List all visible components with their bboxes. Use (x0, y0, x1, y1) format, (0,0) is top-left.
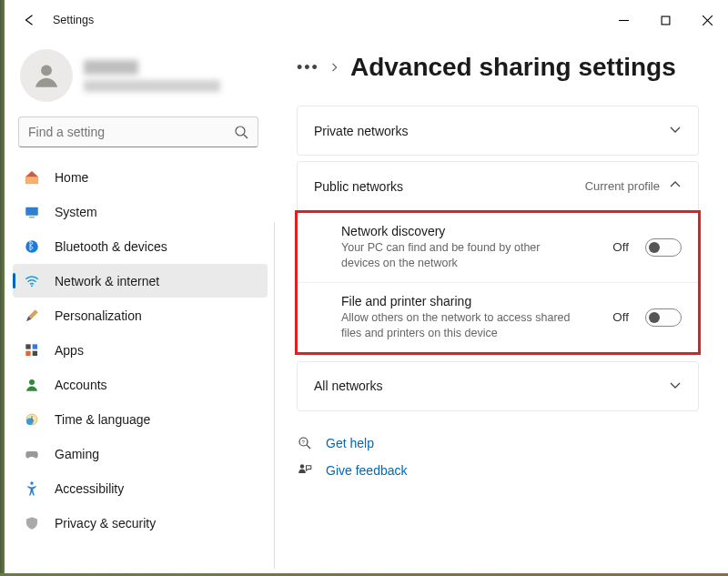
svg-line-6 (244, 135, 248, 138)
highlight-box: Network discovery Your PC can find and b… (295, 210, 701, 355)
sidebar-divider (274, 222, 275, 569)
account-name-redacted (84, 60, 220, 92)
nav-label: Accessibility (55, 481, 124, 496)
nav-label: Time & language (55, 412, 150, 427)
page-title: Advanced sharing settings (350, 53, 676, 82)
svg-rect-1 (662, 16, 670, 25)
file-printer-sharing-toggle[interactable] (645, 308, 682, 327)
search-input[interactable] (18, 116, 258, 147)
accessibility-icon (24, 480, 40, 497)
back-icon[interactable] (22, 13, 36, 27)
svg-rect-11 (25, 344, 30, 349)
person-icon (24, 377, 40, 393)
maximize-button[interactable] (644, 5, 686, 35)
svg-rect-14 (33, 350, 37, 355)
section-label: Public networks (314, 179, 403, 194)
search-field[interactable] (28, 125, 234, 139)
svg-point-5 (236, 126, 245, 136)
account-block[interactable] (13, 40, 275, 116)
nav-label: Personalization (55, 308, 142, 323)
svg-line-20 (307, 444, 310, 448)
paintbrush-icon (24, 308, 40, 324)
nav-label: Apps (55, 343, 84, 358)
svg-point-15 (29, 379, 35, 385)
svg-rect-8 (29, 217, 35, 217)
footer-links: ? Get help Give feedback (297, 435, 699, 479)
help-icon: ? (297, 435, 313, 451)
window-title: Settings (53, 14, 94, 26)
sidebar-item-personalization[interactable]: Personalization (13, 298, 268, 332)
system-icon (24, 204, 40, 220)
section-public-networks: Public networks Current profile Network … (297, 161, 699, 356)
close-button[interactable] (686, 5, 728, 35)
chevron-down-icon (669, 123, 682, 138)
shield-icon (24, 515, 40, 531)
sidebar-item-accounts[interactable]: Accounts (13, 368, 268, 401)
chevron-down-icon (669, 379, 682, 394)
sidebar-item-gaming[interactable]: Gaming (13, 437, 268, 470)
search-icon (234, 125, 248, 139)
feedback-link[interactable]: Give feedback (297, 462, 699, 479)
nav-label: Accounts (55, 378, 107, 392)
section-label: Private networks (314, 124, 408, 138)
nav-label: Privacy & security (55, 516, 156, 531)
nav-label: Bluetooth & devices (55, 239, 167, 254)
row-file-printer-sharing: File and printer sharing Allow others on… (298, 282, 698, 352)
chevron-up-icon (669, 178, 682, 194)
svg-point-22 (300, 464, 305, 469)
nav-list: Home System Bluetooth & devices Network … (13, 160, 275, 547)
svg-text:?: ? (301, 440, 305, 445)
toggle-state: Off (612, 240, 629, 254)
window-controls (602, 5, 728, 35)
feedback-icon (297, 462, 313, 479)
svg-point-4 (41, 65, 52, 76)
sidebar-item-privacy[interactable]: Privacy & security (13, 506, 268, 540)
section-label: All networks (314, 379, 382, 393)
section-sublabel: Current profile (585, 179, 660, 193)
sidebar-item-time[interactable]: Time & language (13, 402, 268, 436)
breadcrumb-overflow-icon[interactable]: ••• (297, 58, 319, 77)
minimize-button[interactable] (602, 5, 644, 35)
clock-globe-icon (24, 411, 40, 428)
sidebar-item-bluetooth[interactable]: Bluetooth & devices (13, 229, 268, 263)
row-title: File and printer sharing (341, 294, 603, 308)
nav-label: Home (55, 170, 88, 185)
sidebar-item-home[interactable]: Home (13, 160, 268, 194)
svg-point-18 (30, 481, 33, 484)
link-label[interactable]: Get help (326, 436, 374, 450)
avatar-icon (20, 49, 73, 102)
svg-rect-7 (25, 207, 38, 215)
section-all-networks[interactable]: All networks (297, 361, 699, 411)
row-title: Network discovery (341, 224, 603, 238)
section-public-header[interactable]: Public networks Current profile (298, 162, 698, 210)
sidebar-item-accessibility[interactable]: Accessibility (13, 471, 268, 505)
get-help-link[interactable]: ? Get help (297, 435, 699, 451)
wifi-icon (24, 273, 40, 289)
svg-point-10 (31, 285, 33, 287)
gamepad-icon (24, 446, 40, 462)
titlebar: Settings (0, 0, 728, 40)
main-content: ••• Advanced sharing settings Private ne… (275, 40, 728, 576)
home-icon (24, 169, 40, 186)
breadcrumb: ••• Advanced sharing settings (297, 47, 699, 87)
svg-rect-13 (25, 350, 30, 355)
bluetooth-icon (24, 238, 40, 255)
network-discovery-toggle[interactable] (645, 238, 682, 257)
nav-label: Gaming (55, 447, 99, 461)
section-private-networks[interactable]: Private networks (297, 106, 699, 156)
nav-label: Network & internet (55, 274, 159, 288)
chevron-right-icon (330, 60, 339, 75)
toggle-state: Off (612, 310, 629, 324)
apps-icon (24, 342, 40, 359)
svg-rect-12 (33, 344, 37, 349)
row-desc: Your PC can find and be found by other d… (341, 240, 578, 271)
sidebar-item-system[interactable]: System (13, 195, 268, 228)
row-desc: Allow others on the network to access sh… (341, 310, 578, 341)
link-label[interactable]: Give feedback (326, 463, 408, 478)
sidebar: Home System Bluetooth & devices Network … (0, 40, 275, 576)
nav-label: System (55, 205, 97, 219)
row-network-discovery: Network discovery Your PC can find and b… (298, 213, 698, 282)
sidebar-item-apps[interactable]: Apps (13, 333, 268, 367)
sidebar-item-network[interactable]: Network & internet (13, 264, 268, 298)
